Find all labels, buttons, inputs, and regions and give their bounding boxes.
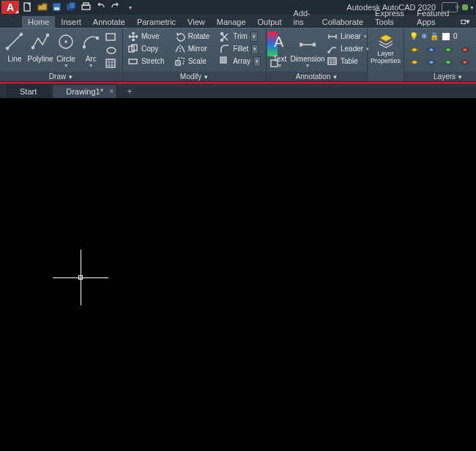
tab-annotate[interactable]: Annotate (87, 16, 131, 28)
layer-properties-icon[interactable] (376, 31, 395, 50)
ribbon-tabs: Home Insert Annotate Parametric View Man… (0, 15, 476, 28)
line-icon (4, 31, 25, 52)
drawing-area[interactable] (0, 98, 476, 451)
open-file-icon[interactable] (37, 1, 48, 13)
move-label: Move (141, 32, 159, 40)
layer-tool-8-icon[interactable] (458, 56, 472, 67)
mirror-button[interactable]: Mirror (173, 42, 212, 55)
svg-point-32 (328, 51, 330, 53)
table-button[interactable]: Table (325, 55, 371, 67)
panel-layer-properties: Layer Properties . (368, 29, 404, 81)
circle-icon (56, 31, 76, 52)
circle-button[interactable]: Circle ▼ (54, 30, 78, 68)
drawing-tab-label: Drawing1* (66, 87, 103, 96)
new-file-icon[interactable] (22, 1, 34, 13)
layer-tool-4-icon[interactable] (458, 43, 472, 55)
signin-status-icon[interactable] (462, 4, 468, 10)
trim-split-icon[interactable]: ▾ (250, 31, 258, 42)
dimension-dropdown-icon[interactable]: ▼ (305, 63, 310, 68)
fillet-button[interactable]: Fillet▾ (217, 42, 263, 55)
layer-dropdown[interactable]: 💡 ❄ 🔒 0 (407, 30, 476, 42)
svg-rect-6 (83, 3, 89, 5)
dimension-label: Dimension (290, 55, 324, 63)
panel-annotation-title[interactable]: Annotation▼ (267, 72, 367, 81)
circle-dropdown-icon[interactable]: ▼ (64, 63, 69, 68)
drawing-tab[interactable]: Drawing1* × (52, 84, 117, 98)
dimension-icon (297, 31, 318, 52)
stretch-label: Stretch (141, 57, 165, 65)
tab-home[interactable]: Home (22, 16, 55, 28)
plot-icon[interactable] (81, 1, 92, 13)
signin-dropdown-icon[interactable]: ▼ (469, 5, 475, 10)
panel-layers-title[interactable]: Layers▼ (404, 72, 476, 81)
line-button[interactable]: Line (3, 30, 26, 63)
tab-manage[interactable]: Manage (211, 16, 252, 28)
array-split-icon[interactable]: ▾ (253, 56, 261, 67)
tab-view[interactable]: View (182, 16, 211, 28)
layer-tool-6-icon[interactable] (424, 56, 439, 67)
move-icon (128, 31, 138, 42)
fillet-split-icon[interactable]: ▾ (251, 44, 259, 54)
save-icon[interactable] (51, 1, 63, 13)
undo-icon[interactable] (95, 1, 107, 13)
save-all-icon[interactable] (66, 1, 78, 13)
polyline-button[interactable]: Polyline (28, 30, 53, 63)
layer-tool-5-icon[interactable] (407, 56, 422, 67)
draw-extras (104, 30, 119, 70)
ellipse-icon[interactable] (104, 45, 119, 56)
svg-text:A: A (274, 34, 284, 50)
file-tabs: Start Drawing1* × + (0, 83, 476, 98)
tab-addins[interactable]: Add-ins (288, 7, 316, 28)
text-label: Text (273, 55, 286, 63)
scale-button[interactable]: Scale (173, 55, 212, 67)
tab-parametric[interactable]: Parametric (131, 16, 182, 28)
tab-express-tools[interactable]: Express Tools (369, 7, 411, 28)
ribbon-collapse-icon[interactable]: ◘▾ (455, 15, 476, 28)
layer-tool-3-icon[interactable] (441, 43, 455, 55)
panel-draw-title[interactable]: Draw▼ (0, 72, 122, 81)
array-button[interactable]: Array▾ (217, 55, 263, 67)
linear-button[interactable]: Linear▾ (325, 30, 371, 42)
svg-rect-29 (224, 61, 226, 63)
redo-icon[interactable] (110, 1, 122, 13)
tab-collaborate[interactable]: Collaborate (316, 16, 369, 28)
svg-point-11 (47, 34, 49, 37)
layer-tool-2-icon[interactable] (424, 43, 439, 55)
rectangle-icon[interactable] (104, 31, 119, 43)
trim-button[interactable]: Trim▾ (217, 30, 263, 42)
dimension-button[interactable]: Dimension ▼ (291, 30, 324, 68)
current-layer-name: 0 (453, 32, 458, 40)
quick-access-toolbar: ▼ (22, 1, 136, 13)
leader-icon (327, 44, 338, 54)
svg-rect-2 (54, 7, 59, 10)
svg-rect-21 (129, 59, 137, 64)
leader-button[interactable]: Leader▾ (325, 42, 371, 55)
layer-tool-7-icon[interactable] (441, 56, 455, 67)
move-button[interactable]: Move (126, 30, 167, 42)
panel-layers: 💡 ❄ 🔒 0 M Layers▼ (404, 29, 476, 81)
hatch-icon[interactable] (104, 58, 119, 70)
close-tab-icon[interactable]: × (109, 87, 114, 95)
search-icon[interactable] (442, 2, 458, 12)
layer-tool-1-icon[interactable] (407, 43, 422, 55)
tab-insert[interactable]: Insert (55, 16, 87, 28)
add-tab-button[interactable]: + (123, 86, 136, 98)
rotate-button[interactable]: Rotate (173, 30, 212, 42)
fillet-icon (220, 44, 230, 54)
ribbon: Line Polyline Circle ▼ Arc ▼ Draw▼ (0, 28, 476, 82)
start-tab[interactable]: Start (6, 84, 51, 98)
arc-button[interactable]: Arc ▼ (79, 30, 103, 68)
linear-label: Linear (341, 32, 361, 40)
text-button[interactable]: A Text ▼ (269, 30, 290, 68)
panel-modify-title[interactable]: Modify▼ (123, 72, 266, 81)
app-menu-icon[interactable]: A (1, 1, 19, 14)
qat-dropdown-icon[interactable]: ▼ (124, 1, 136, 13)
tab-output[interactable]: Output (252, 16, 288, 28)
arc-dropdown-icon[interactable]: ▼ (89, 63, 94, 68)
stretch-button[interactable]: Stretch (126, 55, 167, 67)
array-label: Array (233, 57, 250, 65)
copy-button[interactable]: Copy (126, 42, 167, 55)
text-dropdown-icon[interactable]: ▼ (278, 63, 283, 68)
layer-properties-label: Layer Properties (371, 50, 401, 64)
arc-label: Arc (86, 55, 97, 63)
